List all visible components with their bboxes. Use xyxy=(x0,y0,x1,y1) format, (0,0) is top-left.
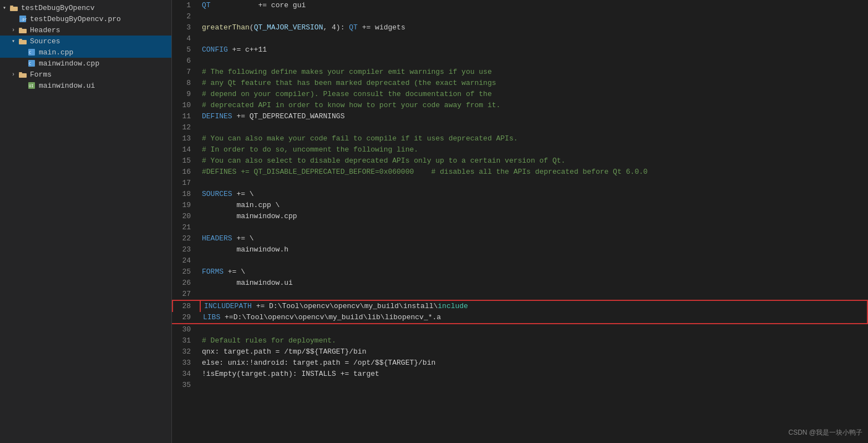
line-content xyxy=(200,289,868,300)
code-line-15: 15# You can also select to disable depre… xyxy=(172,155,868,167)
code-line-11: 11DEFINES += QT_DEPRECATED_WARNINGS xyxy=(172,111,868,122)
svg-text:UI: UI xyxy=(29,84,33,88)
svg-rect-7 xyxy=(19,40,27,44)
line-number: 17 xyxy=(172,178,200,189)
line-number: 24 xyxy=(172,255,200,266)
tree-item-label: mainwindow.cpp xyxy=(39,59,99,68)
svg-rect-1 xyxy=(10,7,18,11)
code-line-34: 34!isEmpty(target.path): INSTALLS += tar… xyxy=(172,369,868,380)
code-line-3: 3greaterThan(QT_MAJOR_VERSION, 4): QT +=… xyxy=(172,22,868,33)
cpp-icon: C xyxy=(27,48,37,57)
line-number: 19 xyxy=(172,200,200,211)
code-line-8: 8# any Qt feature that has been marked d… xyxy=(172,78,868,89)
code-line-27: 27 xyxy=(172,289,868,300)
code-content: 1QT += core gui23greaterThan(QT_MAJOR_VE… xyxy=(172,0,868,391)
line-content xyxy=(200,33,868,44)
svg-rect-13 xyxy=(19,73,27,78)
code-line-33: 33else: unix:!android: target.path = /op… xyxy=(172,358,868,369)
line-number: 25 xyxy=(172,266,200,278)
line-content xyxy=(200,56,868,67)
line-number: 31 xyxy=(172,335,200,346)
sidebar-item-pro-file[interactable]: .protestDebugByOpencv.pro xyxy=(0,13,171,24)
line-number: 15 xyxy=(172,155,200,167)
line-number: 20 xyxy=(172,211,200,222)
code-line-19: 19 main.cpp \ xyxy=(172,200,868,211)
line-content: INCLUDEPATH += D:\Tool\opencv\opencv\my_… xyxy=(200,300,868,312)
line-content: mainwindow.h xyxy=(200,244,868,255)
line-content: mainwindow.cpp xyxy=(200,211,868,222)
svg-rect-6 xyxy=(19,39,22,40)
code-line-22: 22HEADERS += \ xyxy=(172,233,868,244)
line-number: 26 xyxy=(172,278,200,289)
svg-rect-12 xyxy=(19,72,22,73)
line-content: else: unix:!android: target.path = /opt/… xyxy=(200,358,868,369)
code-line-21: 21 xyxy=(172,222,868,233)
pro-icon: .pro xyxy=(18,14,28,23)
code-line-20: 20 mainwindow.cpp xyxy=(172,211,868,222)
code-line-13: 13# You can also make your code fail to … xyxy=(172,133,868,144)
line-content: QT += core gui xyxy=(200,0,868,11)
line-content: DEFINES += QT_DEPRECATED_WARNINGS xyxy=(200,111,868,122)
folder-open-icon xyxy=(9,3,19,12)
line-content: mainwindow.ui xyxy=(200,278,868,289)
line-content: LIBS +=D:\Tool\opencv\opencv\my_build\li… xyxy=(200,312,868,324)
line-content: FORMS += \ xyxy=(200,266,868,278)
svg-rect-4 xyxy=(19,28,22,29)
line-content: # deprecated API in order to know how to… xyxy=(200,100,868,111)
line-content: # You can also make your code fail to co… xyxy=(200,133,868,144)
file-tree[interactable]: ▾testDebugByOpencv.protestDebugByOpencv.… xyxy=(0,0,172,443)
sidebar-item-root[interactable]: ▾testDebugByOpencv xyxy=(0,2,171,13)
line-content: greaterThan(QT_MAJOR_VERSION, 4): QT += … xyxy=(200,22,868,33)
line-number: 12 xyxy=(172,122,200,133)
sidebar-item-sources[interactable]: ▾Sources xyxy=(0,36,171,47)
code-line-10: 10# deprecated API in order to know how … xyxy=(172,100,868,111)
code-line-35: 35 xyxy=(172,380,868,391)
code-line-2: 2 xyxy=(172,11,868,22)
line-number: 33 xyxy=(172,358,200,369)
line-number: 13 xyxy=(172,133,200,144)
code-line-25: 25FORMS += \ xyxy=(172,266,868,278)
code-line-9: 9# depend on your compiler). Please cons… xyxy=(172,89,868,100)
ui-icon: UI xyxy=(27,81,37,90)
line-content: # Default rules for deployment. xyxy=(200,335,868,346)
code-line-6: 6 xyxy=(172,56,868,67)
line-content: # You can also select to disable depreca… xyxy=(200,155,868,167)
tree-item-label: testDebugByOpencv xyxy=(21,4,95,12)
sidebar-item-main-cpp[interactable]: Cmain.cpp xyxy=(0,47,171,58)
line-number: 10 xyxy=(172,100,200,111)
tree-arrow: ▾ xyxy=(9,38,18,44)
svg-text:C: C xyxy=(29,51,31,55)
line-content: # The following define makes your compil… xyxy=(200,67,868,78)
tree-item-label: testDebugByOpencv.pro xyxy=(30,15,121,23)
line-content: SOURCES += \ xyxy=(200,189,868,200)
code-line-18: 18SOURCES += \ xyxy=(172,189,868,200)
code-line-5: 5CONFIG += c++11 xyxy=(172,44,868,56)
line-number: 34 xyxy=(172,369,200,380)
code-line-16: 16#DEFINES += QT_DISABLE_DEPRECATED_BEFO… xyxy=(172,167,868,178)
line-number: 30 xyxy=(172,324,200,335)
line-number: 8 xyxy=(172,78,200,89)
line-number: 23 xyxy=(172,244,200,255)
code-editor[interactable]: 1QT += core gui23greaterThan(QT_MAJOR_VE… xyxy=(172,0,868,443)
line-content xyxy=(200,255,868,266)
line-number: 18 xyxy=(172,189,200,200)
code-line-24: 24 xyxy=(172,255,868,266)
line-number: 7 xyxy=(172,67,200,78)
svg-text:.pro: .pro xyxy=(20,17,27,22)
sidebar-item-forms[interactable]: ›Forms xyxy=(0,69,171,80)
sidebar-item-mainwindow-cpp[interactable]: Cmainwindow.cpp xyxy=(0,58,171,69)
code-line-29: 29LIBS +=D:\Tool\opencv\opencv\my_build\… xyxy=(172,312,868,324)
svg-text:C: C xyxy=(29,62,31,66)
sidebar-item-mainwindow-ui[interactable]: UImainwindow.ui xyxy=(0,80,171,91)
line-content: !isEmpty(target.path): INSTALLS += targe… xyxy=(200,369,868,380)
tree-item-label: Forms xyxy=(30,71,52,79)
code-line-30: 30 xyxy=(172,324,868,335)
line-number: 3 xyxy=(172,22,200,33)
sidebar-item-headers[interactable]: ›Headers xyxy=(0,24,171,36)
tree-item-label: Headers xyxy=(30,26,60,34)
code-line-23: 23 mainwindow.h xyxy=(172,244,868,255)
tree-arrow: › xyxy=(9,27,18,33)
line-content: # depend on your compiler). Please consu… xyxy=(200,89,868,100)
svg-rect-5 xyxy=(19,29,27,33)
line-content xyxy=(200,222,868,233)
